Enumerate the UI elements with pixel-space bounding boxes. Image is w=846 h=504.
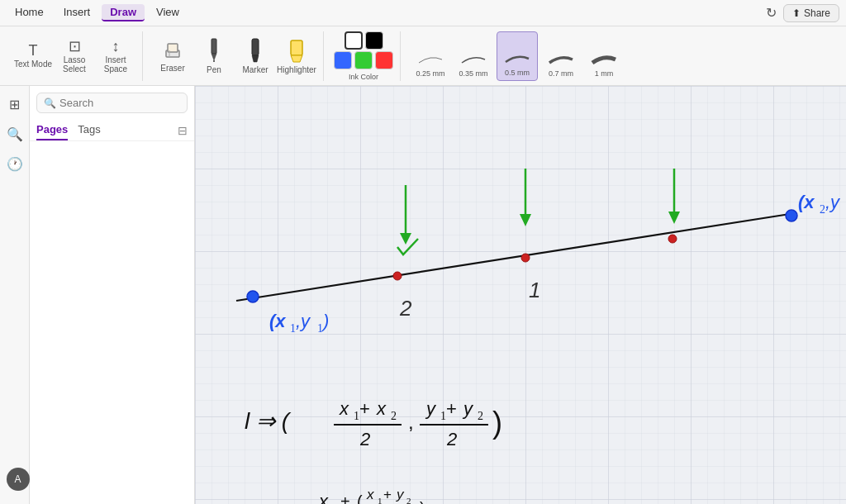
main-layout: ⊞ 🔍 🕐 A 🔍 Pages Tags ⊟ bbox=[0, 86, 846, 504]
stroke-035mm[interactable]: 0.35 mm bbox=[454, 31, 493, 81]
stroke-curve-035 bbox=[459, 53, 488, 66]
svg-point-15 bbox=[393, 272, 402, 280]
search-sidebar-icon[interactable]: 🔍 bbox=[3, 122, 26, 145]
share-icon: ⬆ bbox=[792, 7, 801, 19]
stroke-group: 0.25 mm 0.35 mm 0.5 mm 0.7 mm 1 mm bbox=[404, 31, 630, 81]
avatar[interactable]: A bbox=[7, 468, 30, 491]
svg-rect-6 bbox=[252, 39, 259, 55]
svg-point-17 bbox=[668, 235, 677, 243]
lasso-icon: ⊡ bbox=[69, 39, 81, 54]
svg-text:2: 2 bbox=[446, 429, 457, 449]
svg-point-18 bbox=[786, 210, 797, 221]
svg-text:1: 1 bbox=[290, 322, 296, 335]
history-sidebar-icon[interactable]: 🕐 bbox=[3, 152, 26, 175]
svg-text:1: 1 bbox=[354, 410, 359, 422]
svg-text:1: 1 bbox=[529, 278, 540, 302]
filter-icon[interactable]: ⊟ bbox=[178, 124, 188, 137]
search-input-icon: 🔍 bbox=[44, 97, 56, 109]
pen-icon bbox=[206, 37, 222, 64]
color-row-1 bbox=[345, 31, 383, 50]
marker-button[interactable]: Marker bbox=[235, 31, 275, 81]
stroke-curve-025 bbox=[416, 53, 445, 66]
text-mode-button[interactable]: T Text Mode bbox=[13, 31, 53, 81]
color-red[interactable] bbox=[375, 51, 393, 69]
svg-text:2: 2 bbox=[478, 410, 483, 422]
svg-point-16 bbox=[521, 254, 530, 262]
menu-draw[interactable]: Draw bbox=[102, 4, 145, 21]
color-green[interactable] bbox=[354, 51, 373, 69]
svg-text:1: 1 bbox=[378, 496, 383, 504]
svg-text:2: 2 bbox=[391, 410, 397, 422]
stroke-05mm[interactable]: 0.5 mm bbox=[497, 31, 538, 81]
svg-marker-4 bbox=[212, 54, 216, 60]
stroke-025mm[interactable]: 0.25 mm bbox=[411, 31, 450, 81]
menu-home[interactable]: Home bbox=[7, 4, 52, 21]
toolbar: T Text Mode ⊡ Lasso Select ↕ Insert Spac… bbox=[0, 26, 846, 86]
canvas-area: (x 1 ,y 1 ) 2 1 (x 2 ,y 2 ) l ⇒ ( x 1 + … bbox=[195, 86, 846, 504]
menu-view[interactable]: View bbox=[148, 4, 188, 21]
pen-button[interactable]: Pen bbox=[194, 31, 234, 81]
grid-canvas: (x 1 ,y 1 ) 2 1 (x 2 ,y 2 ) l ⇒ ( x 1 + … bbox=[195, 86, 846, 504]
svg-text:x: x bbox=[339, 398, 349, 419]
svg-point-14 bbox=[247, 291, 259, 302]
search-input[interactable] bbox=[59, 97, 180, 109]
svg-rect-12 bbox=[195, 86, 846, 504]
svg-text:l ⇒ (: l ⇒ ( bbox=[245, 408, 292, 434]
tool-group-colors: Ink Color bbox=[327, 31, 401, 81]
refresh-icon[interactable]: ↻ bbox=[766, 5, 777, 21]
svg-marker-7 bbox=[252, 55, 259, 62]
text-mode-icon: T bbox=[29, 43, 38, 58]
svg-text:,y: ,y bbox=[296, 311, 311, 331]
tool-group-basic: T Text Mode ⊡ Lasso Select ↕ Insert Spac… bbox=[7, 31, 143, 81]
tab-pages[interactable]: Pages bbox=[36, 120, 68, 140]
menu-right: ↻ ⬆ Share bbox=[766, 4, 839, 22]
svg-text:y: y bbox=[425, 398, 437, 419]
search-bar: 🔍 bbox=[36, 93, 188, 113]
tabs-row: Pages Tags ⊟ bbox=[30, 120, 194, 141]
svg-text:x: x bbox=[376, 398, 387, 419]
color-black[interactable] bbox=[365, 31, 383, 50]
svg-text:1: 1 bbox=[317, 322, 323, 335]
eraser-icon bbox=[163, 39, 183, 62]
pages-sidebar-icon[interactable]: ⊞ bbox=[3, 93, 26, 116]
svg-text:(: ( bbox=[357, 492, 363, 504]
left-panel: 🔍 Pages Tags ⊟ bbox=[30, 86, 195, 504]
tab-tags[interactable]: Tags bbox=[78, 120, 100, 140]
svg-rect-3 bbox=[212, 39, 216, 54]
side-icons: ⊞ 🔍 🕐 A bbox=[0, 86, 30, 504]
svg-text:y: y bbox=[396, 487, 405, 502]
svg-text:,: , bbox=[408, 411, 414, 433]
color-blue[interactable] bbox=[334, 51, 352, 69]
stroke-curve-05 bbox=[502, 52, 532, 65]
insert-space-button[interactable]: ↕ Insert Space bbox=[96, 31, 135, 81]
color-row-2 bbox=[334, 51, 393, 69]
insert-space-icon: ↕ bbox=[112, 39, 120, 54]
svg-text:): ) bbox=[492, 406, 502, 440]
svg-rect-8 bbox=[291, 40, 302, 55]
stroke-07mm[interactable]: 0.7 mm bbox=[541, 31, 581, 81]
svg-text:(x: (x bbox=[798, 192, 815, 212]
stroke-1mm[interactable]: 1 mm bbox=[584, 31, 624, 81]
share-button[interactable]: ⬆ Share bbox=[783, 4, 839, 22]
svg-text:2: 2 bbox=[406, 496, 411, 504]
menu-insert[interactable]: Insert bbox=[55, 4, 99, 21]
ink-color-label: Ink Color bbox=[349, 73, 378, 81]
svg-text:,y: ,y bbox=[825, 192, 841, 212]
svg-text:2: 2 bbox=[399, 296, 412, 321]
svg-text:+: + bbox=[446, 398, 457, 419]
svg-text:y: y bbox=[462, 398, 474, 419]
svg-text:1: 1 bbox=[440, 410, 446, 422]
menu-bar: Home Insert Draw View ↻ ⬆ Share bbox=[0, 0, 846, 26]
stroke-curve-07 bbox=[546, 53, 576, 66]
svg-text:2: 2 bbox=[820, 203, 825, 216]
marker-icon bbox=[247, 37, 264, 64]
lasso-select-button[interactable]: ⊡ Lasso Select bbox=[55, 31, 94, 81]
svg-text:(x: (x bbox=[269, 311, 286, 331]
svg-marker-9 bbox=[291, 55, 302, 62]
color-white[interactable] bbox=[345, 31, 363, 50]
svg-text:+: + bbox=[383, 487, 392, 502]
eraser-button[interactable]: Eraser bbox=[153, 31, 192, 81]
svg-text:x: x bbox=[366, 487, 374, 502]
highlighter-button[interactable]: Highlighter bbox=[277, 31, 316, 81]
svg-text:+: + bbox=[359, 398, 370, 419]
